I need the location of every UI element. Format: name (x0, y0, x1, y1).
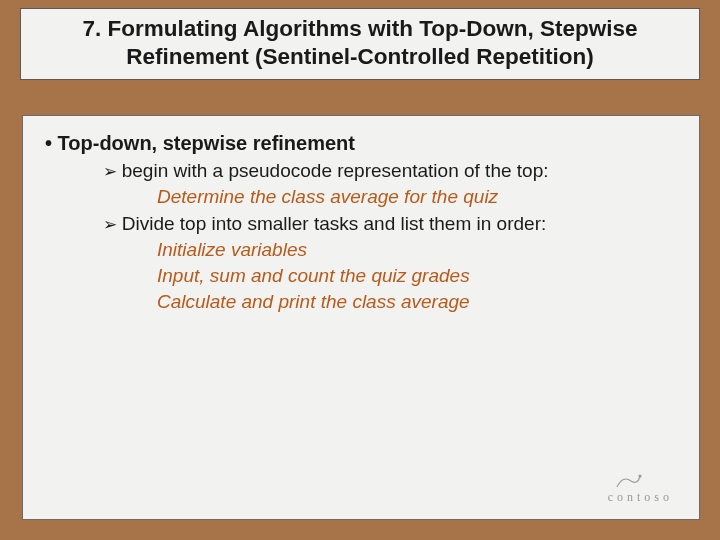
bullet-heading: Top-down, stepwise refinement (45, 130, 683, 156)
example-2c: Calculate and print the class average (157, 289, 683, 314)
slide: 7. Formulating Algorithms with Top-Down,… (0, 0, 720, 540)
sub-bullet-2: Divide top into smaller tasks and list t… (103, 211, 683, 236)
sub-bullet-1: begin with a pseudocode representation o… (103, 158, 683, 183)
content-box: Top-down, stepwise refinement begin with… (22, 115, 700, 520)
svg-point-0 (638, 474, 641, 477)
title-box: 7. Formulating Algorithms with Top-Down,… (20, 8, 700, 80)
logo-text: contoso (608, 490, 673, 505)
example-1: Determine the class average for the quiz (157, 184, 683, 209)
slide-title: 7. Formulating Algorithms with Top-Down,… (33, 15, 687, 71)
logo-swirl-icon (613, 471, 643, 491)
example-2b: Input, sum and count the quiz grades (157, 263, 683, 288)
example-2a: Initialize variables (157, 237, 683, 262)
